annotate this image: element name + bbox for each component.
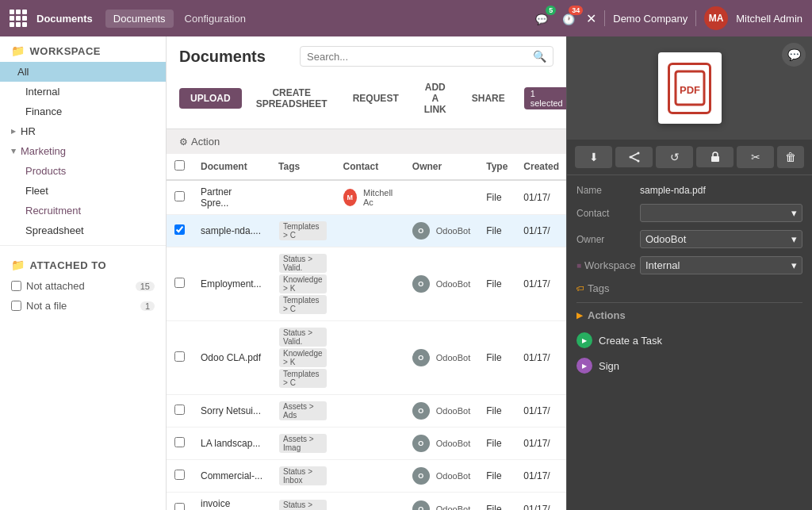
tag-pill: Status > Inbox — [279, 500, 326, 510]
main-area: 📁 WORKSPACE All Internal Finance ▶ HR ▶ … — [0, 36, 812, 510]
trash-btn[interactable]: 🗑 — [777, 146, 804, 168]
doc-created-2: 01/17/ — [515, 215, 566, 247]
app-grid-icon[interactable] — [10, 10, 27, 27]
select-all-checkbox[interactable] — [174, 160, 185, 171]
sidebar-all-label: All — [17, 66, 29, 78]
sidebar-item-fleet[interactable]: Fleet — [0, 181, 166, 201]
tag-pill: Status > Valid. — [279, 254, 326, 273]
sidebar-spreadsheet-label: Spreadsheet — [25, 224, 84, 236]
clock-icon: 🕐 — [562, 13, 575, 25]
sidebar-item-recruitment[interactable]: Recruitment — [0, 201, 166, 220]
owner-name-8: OdooBot — [436, 504, 470, 510]
share-button[interactable]: SHARE — [461, 88, 516, 109]
col-owner[interactable]: Owner — [404, 154, 478, 180]
not-a-file-checkbox[interactable] — [11, 301, 21, 311]
share-panel-btn[interactable] — [615, 147, 653, 167]
activity-notification-btn[interactable]: 🕐 34 — [559, 9, 578, 29]
selected-badge: 1 selected — [524, 87, 566, 109]
svg-line-5 — [630, 153, 638, 157]
sidebar-item-not-attached[interactable]: Not attached 15 — [0, 276, 166, 296]
table-row[interactable]: sample-nda.... Templates > C O OdooBot F… — [167, 215, 566, 247]
table-row[interactable]: LA landscap... Assets > Imag O OdooBot F… — [167, 428, 566, 460]
workspace-select-value: Internal — [645, 259, 680, 271]
workspace-chevron-icon: ▾ — [791, 259, 797, 271]
nav-documents[interactable]: Documents — [105, 10, 174, 28]
search-input[interactable] — [307, 51, 533, 63]
chat-panel-btn[interactable]: 💬 — [782, 43, 806, 67]
table-row[interactable]: Employment... Status > Valid. Knowledge … — [167, 247, 566, 321]
contact-chevron-icon: ▾ — [791, 207, 797, 219]
col-tags[interactable]: Tags — [270, 154, 335, 180]
download-btn[interactable]: ⬇ — [575, 146, 612, 168]
table-row[interactable]: Partner Spre... M Mitchell Ac File 01/17… — [167, 180, 566, 215]
search-bar[interactable]: 🔍 — [300, 46, 553, 67]
sidebar-item-not-a-file[interactable]: Not a file 1 — [0, 296, 166, 316]
doc-contact-7 — [335, 460, 404, 493]
request-button[interactable]: REQUEST — [342, 88, 410, 109]
sidebar-item-internal[interactable]: Internal — [0, 82, 166, 102]
col-document[interactable]: Document — [193, 154, 270, 180]
close-icon[interactable]: ✕ — [586, 11, 596, 26]
lock-btn[interactable] — [696, 147, 733, 167]
contact-select[interactable]: ▾ — [640, 204, 802, 222]
owner-avatar-4: O — [412, 349, 430, 366]
sidebar-item-products[interactable]: Products — [0, 161, 166, 181]
actions-section-header[interactable]: ▶ Actions — [576, 309, 802, 321]
action-button[interactable]: ⚙ Action — [179, 136, 220, 148]
owner-avatar-7: O — [412, 467, 430, 485]
doc-name-5: Sorry Netsui... — [193, 395, 270, 428]
page-title: Documents — [179, 48, 266, 66]
navbar-divider — [604, 10, 605, 26]
upload-button[interactable]: UPLOAD — [179, 88, 242, 109]
row-checkbox-1[interactable] — [174, 191, 185, 201]
contact-name-1: Mitchell Ac — [363, 188, 396, 207]
owner-name-4: OdooBot — [436, 353, 470, 362]
row-checkbox-6[interactable] — [174, 437, 185, 447]
table-row[interactable]: Sorry Netsui... Assets > Ads O OdooBot F… — [167, 395, 566, 428]
doc-created-4: 01/17/ — [515, 321, 566, 395]
sign-action[interactable]: ▶ Sign — [576, 353, 802, 378]
doc-owner-8: O OdooBot — [404, 493, 478, 511]
create-task-action[interactable]: ▶ Create a Task — [576, 328, 802, 353]
sidebar-item-marketing[interactable]: ▶ Marketing — [0, 141, 166, 161]
attached-section-title: 📁 ATTACHED TO — [0, 251, 166, 276]
replace-btn[interactable]: ↺ — [656, 146, 693, 168]
doc-name-8: invoice Open... — [193, 493, 270, 511]
owner-avatar-3: O — [412, 275, 430, 293]
user-avatar[interactable]: MA — [704, 6, 728, 30]
chat-notification-btn[interactable]: 💬 5 — [532, 9, 551, 29]
sidebar-item-spreadsheet[interactable]: Spreadsheet — [0, 220, 166, 240]
workspace-select[interactable]: Internal ▾ — [640, 256, 802, 274]
sidebar-item-all[interactable]: All — [0, 62, 166, 82]
brand[interactable]: Documents — [36, 13, 93, 25]
table-row[interactable]: Commercial-... Status > Inbox O OdooBot … — [167, 460, 566, 493]
nav-configuration[interactable]: Configuration — [177, 10, 254, 28]
doc-name-3: Employment... — [193, 247, 270, 321]
row-checkbox-3[interactable] — [174, 278, 185, 288]
row-checkbox-5[interactable] — [174, 405, 185, 415]
col-created[interactable]: Created — [515, 154, 566, 180]
col-contact[interactable]: Contact — [335, 154, 404, 180]
doc-contact-5 — [335, 395, 404, 428]
doc-owner-4: O OdooBot — [404, 321, 478, 395]
panel-fields: Name sample-nda.pdf Contact ▾ Owner Odoo… — [567, 175, 812, 510]
table-row[interactable]: invoice Open... Status > Inbox O OdooBot… — [167, 493, 566, 511]
tag-pill: Knowledge > K — [279, 274, 326, 293]
not-attached-checkbox[interactable] — [11, 281, 21, 291]
sidebar-item-hr[interactable]: ▶ HR — [0, 121, 166, 141]
owner-avatar-2: O — [412, 222, 430, 240]
row-checkbox-8[interactable] — [174, 503, 185, 510]
brand-label: Documents — [36, 13, 93, 25]
row-checkbox-7[interactable] — [174, 470, 185, 480]
owner-select[interactable]: OdooBot ▾ — [640, 230, 802, 248]
row-checkbox-2[interactable] — [174, 224, 185, 235]
table-row[interactable]: Odoo CLA.pdf Status > Valid. Knowledge >… — [167, 321, 566, 395]
folder-purple-icon: 📁 — [11, 44, 25, 57]
sidebar-products-label: Products — [25, 165, 66, 177]
add-link-button[interactable]: ADD A LINK — [413, 77, 458, 120]
create-spreadsheet-button[interactable]: CREATE SPREADSHEET — [245, 82, 339, 114]
split-btn[interactable]: ✂ — [737, 146, 774, 168]
sidebar-item-finance[interactable]: Finance — [0, 102, 166, 121]
row-checkbox-4[interactable] — [174, 351, 185, 362]
col-type[interactable]: Type — [478, 154, 515, 180]
